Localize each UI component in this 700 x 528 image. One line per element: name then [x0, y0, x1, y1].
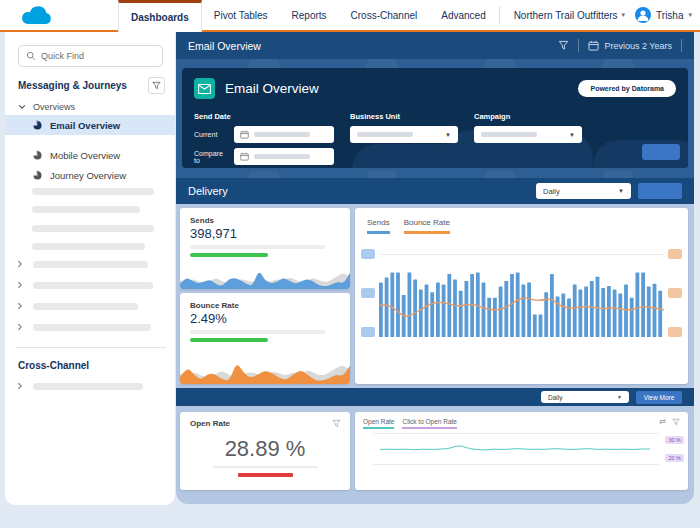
current-date-input[interactable] — [234, 126, 334, 143]
tab-cross-channel[interactable]: Cross-Channel — [339, 0, 430, 30]
search-input[interactable] — [41, 51, 151, 61]
chevron-down-icon: ▼ — [569, 132, 575, 138]
status-underline — [238, 473, 293, 477]
chart-tab-sends[interactable]: Sends — [367, 218, 390, 234]
dashboard-pie-icon — [32, 120, 43, 131]
sidebar-item-email-overview[interactable]: Email Overview — [5, 115, 175, 135]
frequency-value: Daily — [548, 394, 562, 401]
dashboard-pie-icon — [32, 150, 43, 161]
item-label: Email Overview — [50, 120, 120, 131]
chevron-right-icon — [16, 260, 24, 268]
item-label: Journey Overview — [50, 170, 126, 181]
progress-bar — [190, 253, 268, 257]
sends-kpi-card: Sends 398,971 — [180, 208, 350, 289]
underline-track — [213, 466, 318, 468]
sends-bounce-bar-line-chart — [379, 261, 664, 337]
dashboard-title: Email Overview — [188, 40, 261, 52]
nav-tab-bar: Dashboards Pivot Tables Reports Cross-Ch… — [118, 0, 498, 32]
calendar-icon — [240, 130, 249, 139]
placeholder-item — [32, 243, 145, 250]
tab-dashboards[interactable]: Dashboards — [118, 0, 202, 32]
tab-reports[interactable]: Reports — [280, 0, 339, 30]
date-range-picker[interactable]: Previous 2 Years — [588, 40, 672, 51]
campaign-select[interactable]: ▼ — [474, 126, 582, 143]
tab-pivot-tables[interactable]: Pivot Tables — [202, 0, 280, 30]
sync-icon[interactable]: ⇄ — [659, 417, 666, 426]
placeholder-item — [33, 303, 138, 310]
tab-label: Cross-Channel — [351, 10, 418, 21]
progress-bar — [190, 338, 268, 342]
sidebar-item-mobile-overview[interactable]: Mobile Overview — [5, 145, 175, 165]
y-axis-placeholder — [361, 288, 375, 298]
business-unit-select[interactable]: ▼ — [350, 126, 458, 143]
group-overviews[interactable]: Overviews — [18, 102, 75, 112]
placeholder-item — [33, 282, 153, 289]
placeholder-item — [32, 188, 154, 195]
cloud-decoration — [604, 141, 630, 154]
send-date-filter: Send Date Current Compare to — [194, 112, 334, 168]
apply-button[interactable] — [642, 144, 680, 160]
y-tick-20: 20 % — [665, 454, 684, 462]
y2-axis-placeholder — [668, 249, 682, 259]
chevron-right-icon — [16, 302, 24, 310]
quick-find-search[interactable] — [18, 45, 163, 67]
main-content: Email Overview Previous 2 Years Email — [176, 32, 694, 504]
delivery-action-button[interactable] — [638, 183, 682, 199]
divider — [681, 39, 682, 52]
chevron-down-icon: ▼ — [618, 188, 624, 194]
compare-to-date-input[interactable] — [234, 148, 334, 165]
placeholder-item — [33, 261, 148, 268]
send-date-label: Send Date — [194, 112, 334, 121]
dashboard-pie-icon — [32, 170, 43, 181]
open-rate-chart-card: Open Rate Click to Open Rate ⇄ 30 % 20 % — [355, 412, 688, 490]
tab-label: Reports — [292, 10, 327, 21]
org-picker[interactable]: Northern Trail Outfitters ▾ — [499, 6, 625, 24]
email-icon — [194, 78, 215, 99]
sidebar-item-journey-overview[interactable]: Journey Overview — [5, 165, 175, 185]
search-icon — [26, 51, 36, 61]
toolbar-frequency-select[interactable]: Daily ▼ — [541, 391, 629, 403]
sidebar-section-messaging: Messaging & Journeys — [18, 77, 165, 94]
tab-advanced[interactable]: Advanced — [429, 0, 497, 30]
y2-axis-placeholder — [668, 288, 682, 298]
collapsed-group[interactable] — [16, 260, 148, 268]
compare-to-label: Compare to — [194, 150, 228, 164]
placeholder-item — [32, 206, 140, 213]
divider — [578, 39, 579, 52]
powered-by-datorama-button[interactable]: Powered by Datorama — [578, 80, 676, 97]
secondary-toolbar: Daily ▼ View More — [176, 388, 694, 406]
item-label: Mobile Overview — [50, 150, 120, 161]
chevron-down-icon — [18, 103, 26, 111]
placeholder-item — [33, 383, 143, 390]
calendar-icon — [588, 40, 599, 51]
delivery-chart-card: Sends Bounce Rate — [355, 208, 688, 384]
chevron-right-icon — [16, 382, 24, 390]
filter-icon[interactable] — [672, 418, 680, 426]
salesforce-logo-icon[interactable] — [18, 4, 56, 28]
current-label: Current — [194, 131, 228, 138]
sidebar-divider — [16, 347, 166, 348]
collapsed-group[interactable] — [16, 281, 153, 289]
collapsed-group[interactable] — [16, 302, 138, 310]
progress-track — [190, 245, 325, 249]
kpi-value: 2.49% — [190, 311, 227, 326]
chevron-down-icon: ▼ — [445, 132, 451, 138]
filter-icon[interactable] — [332, 419, 341, 428]
chevron-down-icon: ▾ — [688, 11, 692, 19]
frequency-value: Daily — [543, 187, 560, 196]
sidebar-section-cross-channel: Cross-Channel — [18, 360, 165, 371]
chart-tab-bounce-rate[interactable]: Bounce Rate — [404, 218, 450, 234]
hero-card: Email Overview Powered by Datorama Send … — [182, 68, 688, 168]
user-name: Trisha — [656, 10, 683, 21]
collapsed-group[interactable] — [16, 382, 143, 390]
filter-icon[interactable] — [558, 40, 569, 51]
user-menu[interactable]: Trisha ▾ — [635, 7, 692, 23]
folder-filter-button[interactable] — [148, 77, 165, 94]
collapsed-group[interactable] — [16, 323, 151, 331]
calendar-icon — [240, 152, 249, 161]
sidebar: Messaging & Journeys Overviews Email Ove… — [5, 32, 175, 505]
delivery-frequency-select[interactable]: Daily ▼ — [536, 183, 631, 199]
gridline — [380, 254, 664, 255]
view-more-button[interactable]: View More — [636, 391, 682, 404]
bounce-rate-kpi-card: Bounce Rate 2.49% — [180, 293, 350, 384]
